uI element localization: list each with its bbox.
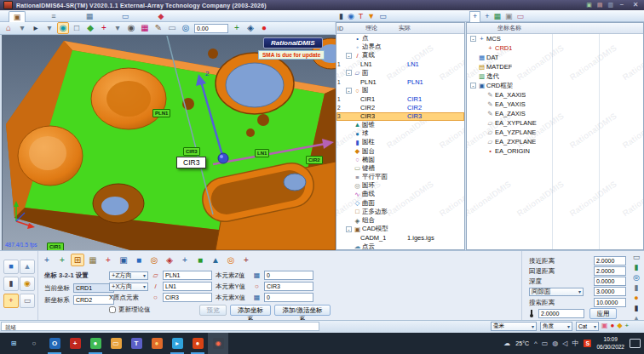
monitor-icon[interactable]: ▭ — [379, 12, 387, 20]
tray-expand-icon[interactable]: ^ — [534, 340, 538, 348]
coord-row-MCS[interactable]: -+MCS — [467, 34, 643, 43]
outlook-icon[interactable]: O — [44, 333, 65, 354]
close-button[interactable]: ✕ — [630, 2, 641, 9]
add-coordinate-button[interactable]: 添加坐标系 — [230, 305, 271, 316]
expander-icon[interactable]: - — [346, 53, 352, 59]
feature-row-CIR3[interactable]: 3-CIR3CIR3 — [336, 112, 464, 121]
view-features-icon[interactable]: ◉ — [348, 12, 354, 20]
feature-row-直线[interactable]: -/直线 — [336, 51, 464, 60]
feature-row-圆锥[interactable]: -▲圆锥 — [336, 121, 464, 129]
approach-distance-input[interactable] — [594, 256, 626, 266]
x-value-input[interactable] — [264, 293, 313, 302]
wechat-icon[interactable]: ● — [85, 333, 106, 354]
apply-button[interactable]: 应用 — [589, 308, 617, 319]
view-eye-icon[interactable]: ◉ — [126, 23, 136, 33]
cad-import-icon[interactable]: ◆ — [85, 23, 95, 33]
home-dropdown-icon[interactable]: ▾ — [17, 23, 27, 33]
feature-row-CIR2[interactable]: 2-CIR2CIR2 — [336, 104, 464, 112]
coord-row-CRD框架[interactable]: -▣CRD框架 — [467, 81, 643, 90]
coord-rotate-icon[interactable]: + — [56, 254, 68, 266]
taskbar-clock[interactable]: 10:09 06/30/2022 — [596, 336, 624, 350]
probe-manager-icon[interactable]: ▮ — [339, 12, 343, 20]
feature-row-圆柱[interactable]: -▮圆柱 — [336, 138, 464, 146]
security-icon[interactable]: + — [65, 333, 85, 354]
status-yellow-icon[interactable]: ◆ — [617, 322, 622, 330]
x-feature-input[interactable] — [163, 282, 212, 291]
status-pink-icon[interactable]: ▣ — [601, 322, 608, 330]
minimize-button[interactable]: − — [617, 2, 627, 9]
render-palette-icon[interactable]: ▦ — [140, 23, 150, 33]
status-multi-icon[interactable]: + — [625, 322, 630, 330]
feature-row-平行平面[interactable]: -≡平行平面 — [336, 173, 464, 181]
coord-tab-icon[interactable]: + — [469, 11, 480, 22]
expander-icon[interactable]: - — [470, 36, 476, 42]
coord-row-EA_XAXIS[interactable]: -✎EA_XAXIS — [467, 90, 643, 100]
feature-row-圆台[interactable]: -◆圆台 — [336, 146, 464, 155]
coord-cam-icon[interactable]: ▣ — [505, 12, 513, 20]
probe-button[interactable]: ▮ — [3, 277, 19, 291]
probe-view-icon[interactable]: ◈ — [245, 23, 256, 33]
tab-measure[interactable]: ▣ — [9, 11, 26, 22]
feature-row-CADM_1[interactable]: -CADM_11.iges.igs — [336, 233, 464, 242]
app-orange-icon[interactable]: ● — [187, 333, 208, 354]
expander-icon[interactable]: - — [346, 70, 352, 76]
probe-c-icon[interactable]: ▮ — [631, 304, 642, 312]
feature-row-圆环[interactable]: -◎圆环 — [336, 181, 464, 190]
current-coord-input[interactable] — [73, 283, 114, 293]
coord-mcs-icon[interactable]: + — [41, 254, 53, 266]
calibrate-plane-button[interactable]: ▲ — [20, 260, 35, 274]
move-tool-icon[interactable]: + — [232, 23, 242, 33]
coord-row-CRD1[interactable]: -+CRD1 — [467, 43, 643, 53]
tab-colors[interactable]: ◆ — [153, 11, 169, 21]
gauge-button[interactable]: ◉ — [20, 277, 35, 291]
feature-row-点云[interactable]: -☁点云 — [336, 243, 464, 251]
tolerance-input[interactable] — [194, 24, 228, 33]
network-icon[interactable]: ◍ — [552, 340, 558, 348]
feature-row-组合[interactable]: -◈组合 — [336, 216, 464, 225]
units-select[interactable]: 毫米▾ — [491, 322, 537, 331]
filter-text-icon[interactable]: T — [359, 12, 364, 20]
ime-icon[interactable]: 中 — [572, 340, 578, 348]
z-value-input[interactable] — [264, 271, 313, 280]
label-pln1[interactable]: PLN1 — [152, 109, 170, 117]
coord-321-icon[interactable]: ⊞ — [72, 254, 83, 266]
probe-mode-icon[interactable]: ◉ — [58, 23, 68, 33]
probe-search-icon[interactable]: ◎ — [181, 23, 191, 33]
rationaldmis-taskbar-icon[interactable]: ◉ — [208, 333, 228, 354]
feature-row-椭圆[interactable]: -○椭圆 — [336, 156, 464, 164]
feature-row-点[interactable]: -•点 — [336, 34, 464, 43]
label-cir3[interactable]: CIR3 — [183, 147, 200, 156]
camera-toolbar-icon[interactable]: ▣ — [586, 2, 592, 9]
print-icon[interactable]: ▭ — [631, 253, 642, 261]
coord-row-EA_ORIGIN[interactable]: -•EA_ORIGIN — [467, 146, 643, 156]
retract-distance-input[interactable] — [594, 266, 626, 276]
axes-icon[interactable]: + — [99, 23, 109, 33]
probe-cube-button[interactable]: ■ — [3, 260, 19, 274]
delete-icon[interactable]: ▭ — [167, 23, 177, 33]
expander-icon[interactable]: - — [346, 226, 352, 232]
probe-distance-input[interactable] — [538, 309, 584, 318]
coord-row-MATDEF[interactable]: -▤MATDEF — [467, 62, 643, 71]
feature-row-球[interactable]: -●球 — [336, 129, 464, 138]
origin-feature-input[interactable] — [163, 293, 212, 302]
weather-temp[interactable]: 25°C — [515, 340, 529, 346]
expander-icon[interactable]: - — [470, 83, 476, 88]
tab-display[interactable]: ▭ — [118, 11, 133, 21]
coord-row-DAT[interactable]: -▦DAT — [467, 53, 643, 62]
caliper-button[interactable]: ▭ — [20, 294, 35, 308]
filter-funnel-icon[interactable]: ▼ — [367, 12, 375, 20]
coord-row-迭代[interactable]: -▥迭代 — [467, 71, 643, 81]
coord-row-EA_YZPLANE[interactable]: -▱EA_YZPLANE — [467, 128, 643, 137]
angle-select[interactable]: 角度▾ — [540, 322, 572, 331]
feature-row-CIR1[interactable]: 1-CIR1CIR1 — [336, 94, 464, 103]
feature-row-边界点[interactable]: -◦边界点 — [336, 43, 464, 51]
status-red-icon[interactable]: ● — [611, 322, 615, 330]
gear-icon[interactable]: ● — [631, 294, 642, 302]
feature-row-圆[interactable]: -○圆 — [336, 86, 464, 94]
home-icon[interactable]: ⌂ — [3, 23, 14, 33]
feature-row-正多边形[interactable]: -□正多边形 — [336, 208, 464, 216]
coord-machine-icon[interactable]: ▦ — [87, 254, 99, 266]
start-button[interactable]: ⊞ — [3, 333, 24, 354]
coord-target-icon[interactable]: ◎ — [148, 254, 160, 266]
probe-a-icon[interactable]: ▮ — [631, 263, 642, 271]
